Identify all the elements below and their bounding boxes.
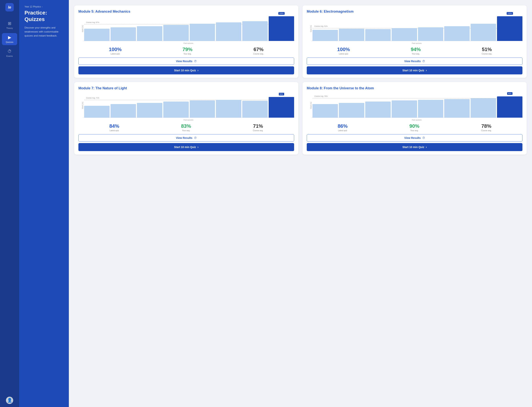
chart-x-label-module6: Past quizzes [311,42,523,44]
module-card-module7: Module 7: The Nature of LightMark (%)Cou… [74,82,298,155]
start-quiz-label-module8: Start 10 min Quiz [402,146,424,149]
theory-icon: ⊞ [8,21,11,26]
bar-module6-7: 100% [497,16,523,41]
stat-label-module5-your_avg: Your avg. [182,53,192,55]
avatar[interactable]: 👤 [6,397,13,404]
bar-module8-2 [365,102,391,118]
sidebar-item-label-exams: Exams [6,55,13,57]
bar-module7-0 [84,106,110,118]
chart-bars-module8: Course Avg. 78%86% [311,93,523,118]
stat-module6-latest: 100%Latest quiz [337,47,350,55]
app-logo[interactable]: le [5,3,14,11]
sidebar-item-exams[interactable]: ⏱ Exams [2,47,17,59]
stat-label-module7-latest: Latest quiz [110,129,119,132]
start-quiz-label-module7: Start 10 min Quiz [174,146,196,149]
bar-module8-6 [471,98,496,118]
stat-module5-latest: 100%Latest quiz [109,47,122,55]
stat-value-module6-latest: 100% [337,47,350,52]
sidebar-item-quizzes[interactable]: ▶ Quizzes [2,33,17,45]
bar-module7-1 [110,104,136,118]
stat-value-module6-your_avg: 94% [411,47,421,52]
clock-icon-module5: ⏱ [194,60,196,63]
bar-module5-3 [163,25,189,41]
bar-module5-1 [110,27,136,41]
stat-module6-your_avg: 94%Your avg. [411,47,421,55]
main-content: Module 5: Advanced MechanicsMark (%)Cour… [69,0,532,407]
bar-module7-3 [163,102,189,118]
stat-module5-your_avg: 79%Your avg. [182,47,192,55]
stat-label-module5-latest: Latest quiz [109,53,122,55]
stat-label-module6-latest: Latest quiz [337,53,350,55]
chart-wrapper-module5: Mark (%)Course Avg. 67%100%Past quizzes [78,16,294,44]
chart-bars-module7: Course Avg. 71%84% [83,93,294,118]
start-quiz-label-module6: Start 10 min Quiz [402,69,424,72]
stat-label-module7-your_avg: Your avg. [181,129,191,132]
chart-x-label-module8: Past quizzes [311,119,523,121]
stat-label-module8-course_avg: Course avg. [481,129,492,132]
bar-module6-4 [418,27,444,41]
stat-module7-latest: 84%Latest quiz [110,123,119,132]
chevron-right-icon-module7: › [197,145,198,149]
module-title-module7: Module 7: The Nature of Light [78,86,294,90]
view-results-button-module8[interactable]: View Results⏱ [307,134,523,141]
view-results-label-module5: View Results [176,60,192,63]
chart-x-label-module7: Past quizzes [83,119,294,121]
bar-module6-5 [444,26,470,41]
chart-area-module5: Mark (%)Course Avg. 67%100% [83,16,294,41]
start-quiz-button-module8[interactable]: Start 10 min Quiz› [307,143,523,151]
bar-module5-2 [137,26,162,41]
bar-module8-1 [339,103,364,118]
bar-module8-3 [392,100,417,118]
start-quiz-label-module5: Start 10 min Quiz [174,69,196,72]
chart-avg-label-module5: Course Avg. 67% [86,21,99,23]
chart-wrapper-module8: Mark (%)Course Avg. 78%86%Past quizzes [307,93,523,121]
page-title: Practice: Quizzes [24,9,63,22]
chevron-right-icon-module5: › [197,69,198,72]
clock-icon-module7: ⏱ [194,136,196,140]
avatar-icon: 👤 [7,398,12,403]
stat-label-module8-latest: Latest quiz [338,129,348,132]
stat-module5-course_avg: 67%Course avg. [253,47,264,55]
chart-bars-module6: Course Avg. 51%100% [311,16,523,41]
bar-module8-0 [313,104,338,118]
stat-module8-latest: 86%Latest quiz [338,123,348,132]
view-results-button-module7[interactable]: View Results⏱ [78,134,294,141]
start-quiz-button-module5[interactable]: Start 10 min Quiz› [78,66,294,74]
module-title-module8: Module 8: From the Universe to the Atom [307,86,523,90]
bar-module7-6 [242,101,268,118]
view-results-button-module5[interactable]: View Results⏱ [78,58,294,65]
bar-module7-4 [190,100,215,118]
chevron-right-icon-module8: › [426,145,427,149]
chart-area-module8: Mark (%)Course Avg. 78%86% [311,93,523,118]
bar-module7-5 [216,100,241,118]
start-quiz-button-module7[interactable]: Start 10 min Quiz› [78,143,294,151]
stat-module8-course_avg: 78%Course avg. [481,123,492,132]
bar-module6-0 [313,30,338,41]
bar-module6-3 [392,28,417,41]
chart-wrapper-module6: Mark (%)Course Avg. 51%100%Past quizzes [307,16,523,44]
sidebar-item-theory[interactable]: ⊞ Theory [2,19,17,31]
stat-label-module6-your_avg: Your avg. [411,53,421,55]
stats-row-module8: 86%Latest quiz90%Your avg.78%Course avg. [307,123,523,132]
stat-value-module7-your_avg: 83% [181,123,191,129]
sidebar-item-label-quizzes: Quizzes [6,41,13,43]
view-results-button-module6[interactable]: View Results⏱ [307,58,523,65]
exams-icon: ⏱ [8,49,12,54]
bar-module7-2 [137,103,162,118]
bar-module8-4 [418,100,444,118]
bar-tooltip-module6-7: 100% [507,12,513,15]
bar-module6-6 [471,24,496,41]
left-panel: Year 12 Physics › Practice: Quizzes Disc… [19,0,69,407]
bar-module6-2 [365,29,391,41]
stat-value-module8-course_avg: 78% [481,123,492,129]
bar-module8-7: 86% [497,96,523,118]
bar-module5-0 [84,29,110,41]
stat-value-module5-your_avg: 79% [182,47,192,52]
stat-label-module6-course_avg: Course avg. [482,53,492,55]
start-quiz-button-module6[interactable]: Start 10 min Quiz› [307,66,523,74]
stat-value-module5-course_avg: 67% [253,47,264,52]
view-results-label-module7: View Results [176,136,192,140]
stat-label-module5-course_avg: Course avg. [253,53,264,55]
breadcrumb-chevron-icon: › [42,6,42,8]
bar-tooltip-module8-7: 86% [507,92,512,95]
